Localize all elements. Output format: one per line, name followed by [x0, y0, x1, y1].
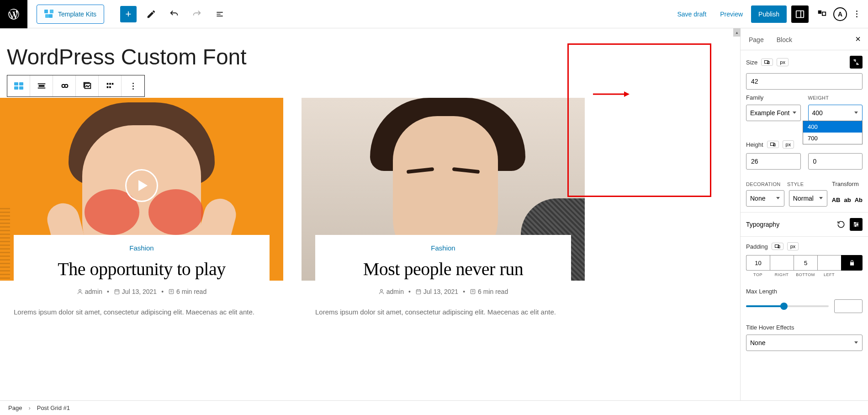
- padding-label: Padding: [746, 243, 768, 250]
- transform-label: Transform: [832, 181, 859, 187]
- topbar-right: Save draft Preview Publish A: [672, 5, 868, 23]
- template-kits-button[interactable]: Template Kits: [37, 5, 104, 24]
- weight-option-700[interactable]: 700: [803, 133, 862, 144]
- weight-dropdown: 400 700: [803, 121, 863, 144]
- svg-point-13: [79, 289, 81, 292]
- unit-px[interactable]: px: [777, 58, 789, 66]
- play-icon[interactable]: [125, 169, 158, 202]
- family-label: Family: [746, 94, 763, 101]
- post-excerpt: Lorems ipsum dolor sit amet, consectetur…: [315, 307, 571, 318]
- weight-option-400[interactable]: 400: [803, 121, 862, 133]
- post-meta: admin Jul 13, 2021 6 min read: [328, 288, 558, 295]
- settings-panel-toggle[interactable]: [791, 5, 809, 23]
- svg-rect-2: [818, 10, 821, 13]
- svg-rect-8: [106, 83, 108, 85]
- post-title[interactable]: Most people never run: [328, 258, 558, 280]
- transform-lower[interactable]: ab: [844, 197, 851, 203]
- block-pattern-icon[interactable]: [813, 5, 831, 23]
- post-meta: admin Jul 13, 2021 6 min read: [26, 288, 257, 295]
- svg-rect-3: [822, 12, 826, 15]
- annotation-arrow: [593, 90, 630, 98]
- add-block-button[interactable]: +: [120, 6, 137, 22]
- transform-upper[interactable]: AB: [832, 197, 841, 203]
- svg-rect-9: [109, 83, 111, 85]
- svg-rect-6: [37, 88, 45, 89]
- preview-button[interactable]: Preview: [715, 6, 748, 22]
- unit-px[interactable]: px: [787, 242, 799, 250]
- svg-rect-12: [109, 86, 111, 88]
- decoration-select[interactable]: None: [746, 190, 784, 207]
- editor-canvas: WordPress Custom Font: [0, 28, 740, 400]
- save-draft-button[interactable]: Save draft: [672, 6, 712, 22]
- family-select[interactable]: Example Font: [746, 105, 801, 121]
- svg-point-37: [857, 224, 858, 225]
- grid-dots-icon[interactable]: [99, 75, 122, 96]
- typography-row[interactable]: Typography: [741, 213, 868, 237]
- post-category[interactable]: Fashion: [328, 244, 558, 252]
- responsive-icon[interactable]: [761, 59, 773, 66]
- tab-block[interactable]: Block: [770, 30, 799, 49]
- size-input[interactable]: [746, 73, 863, 90]
- weight-select[interactable]: 400: [808, 105, 863, 121]
- settings-sidebar: ▲ Page Block × Size px Family WEIGHT Exa…: [740, 28, 868, 400]
- svg-rect-10: [111, 83, 113, 85]
- block-more-icon[interactable]: [122, 75, 144, 96]
- max-length-slider[interactable]: [746, 305, 829, 307]
- padding-bottom[interactable]: [794, 255, 817, 271]
- chevron-right-icon: ›: [28, 404, 30, 411]
- redo-icon[interactable]: [189, 6, 205, 22]
- page-title[interactable]: WordPress Custom Font: [7, 44, 740, 69]
- reset-icon[interactable]: [836, 219, 846, 229]
- svg-rect-5: [37, 84, 45, 85]
- style-select[interactable]: Normal: [789, 190, 827, 207]
- post-excerpt: Lorems ipsum dolor sit amet, consectetur…: [14, 307, 270, 318]
- post-card: Fashion Most people never run admin Jul …: [302, 98, 585, 318]
- padding-right[interactable]: [770, 255, 794, 271]
- align-icon[interactable]: [30, 75, 53, 96]
- height-input[interactable]: [746, 153, 801, 170]
- block-type-icon[interactable]: [7, 75, 30, 96]
- breadcrumb-page[interactable]: Page: [8, 404, 22, 411]
- unit-px[interactable]: px: [783, 140, 794, 149]
- svg-point-36: [854, 222, 856, 223]
- template-kits-icon: [44, 10, 53, 19]
- typography-label: Typography: [746, 221, 779, 228]
- padding-left[interactable]: [817, 255, 841, 271]
- block-toolbar: [7, 75, 145, 97]
- astra-icon[interactable]: A: [833, 7, 847, 21]
- publish-button[interactable]: Publish: [751, 5, 787, 23]
- hover-effects-select[interactable]: None: [746, 335, 863, 351]
- typography-settings-icon[interactable]: [850, 218, 863, 231]
- image-stack-icon[interactable]: [76, 75, 99, 96]
- post-category[interactable]: Fashion: [26, 244, 257, 252]
- post-grid: Fashion The opportunity to play admin Ju…: [0, 98, 740, 318]
- sidebar-tabs: Page Block ×: [741, 28, 868, 50]
- more-menu-button[interactable]: [850, 6, 863, 22]
- close-sidebar-icon[interactable]: ×: [850, 34, 866, 44]
- reset-icon[interactable]: [850, 56, 863, 69]
- template-kits-label: Template Kits: [58, 11, 96, 18]
- svg-rect-11: [106, 86, 108, 88]
- infinity-icon[interactable]: [53, 75, 76, 96]
- hover-effects-label: Title Hover Effects: [746, 324, 794, 331]
- undo-icon[interactable]: [166, 6, 182, 22]
- edit-mode-icon[interactable]: [143, 6, 159, 22]
- scroll-up-icon[interactable]: ▲: [733, 28, 741, 37]
- padding-top[interactable]: [746, 255, 770, 271]
- breadcrumb-item[interactable]: Post Grid #1: [37, 404, 70, 411]
- svg-rect-4: [38, 85, 44, 87]
- padding-inputs: [746, 255, 863, 271]
- breadcrumb: Page › Post Grid #1: [0, 400, 868, 415]
- height-input-2[interactable]: [808, 153, 863, 170]
- tab-page[interactable]: Page: [742, 30, 770, 49]
- transform-capitalize[interactable]: Ab: [855, 197, 863, 203]
- post-title[interactable]: The opportunity to play: [26, 258, 257, 280]
- svg-marker-42: [624, 91, 630, 97]
- responsive-icon[interactable]: [772, 243, 783, 250]
- padding-lock-icon[interactable]: [841, 255, 863, 271]
- wordpress-logo[interactable]: [0, 0, 27, 28]
- svg-point-21: [380, 289, 382, 292]
- max-length-input[interactable]: [834, 299, 863, 313]
- responsive-icon[interactable]: [767, 141, 779, 148]
- document-outline-icon[interactable]: [212, 6, 228, 22]
